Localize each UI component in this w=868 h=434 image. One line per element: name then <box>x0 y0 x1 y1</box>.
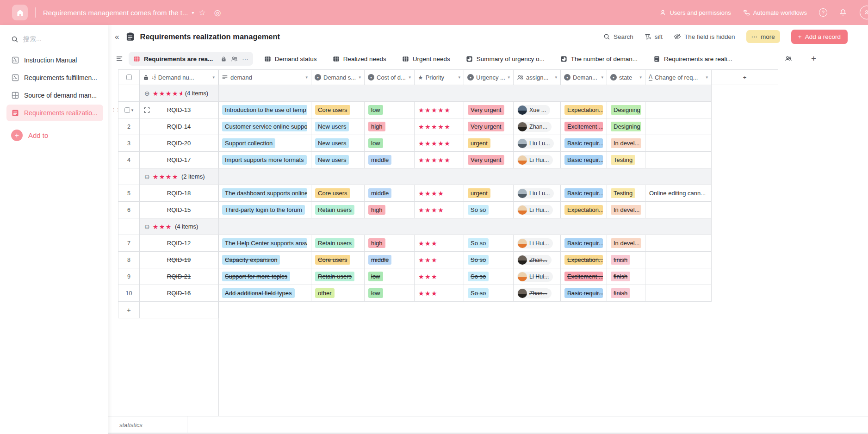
cell-demand_number[interactable]: RQID-21 <box>140 268 218 285</box>
select-all-checkbox[interactable] <box>126 74 132 80</box>
cell-change[interactable] <box>645 285 712 302</box>
row-head-cell[interactable]: 6 <box>118 202 140 218</box>
automate-workflows-button[interactable]: Automate workflows <box>743 9 807 16</box>
cell-source[interactable]: Retain users <box>311 235 365 252</box>
search-input[interactable]: 搜索... <box>11 35 99 43</box>
cell-demand[interactable]: Introduction to the use of temp <box>218 102 311 118</box>
cell-demand[interactable]: Add additional field types <box>218 285 311 302</box>
base-title[interactable]: Requirements management comes from the t… <box>43 9 188 17</box>
view-tab-4[interactable]: Urgent needs <box>397 52 455 66</box>
cell-assign[interactable]: Zhan... <box>514 252 561 268</box>
cell-urgency[interactable]: So so <box>464 235 514 252</box>
chevron-down-icon[interactable]: ▾ <box>601 75 603 80</box>
cell-change[interactable] <box>645 135 712 152</box>
cell-priority[interactable]: ★★★★★ <box>415 118 464 135</box>
cell-urgency[interactable]: So so <box>464 285 514 302</box>
cell-source[interactable]: Core users <box>311 102 365 118</box>
row-head-cell[interactable]: 9 <box>118 268 140 285</box>
view-tab-1[interactable]: Requirements are rea...⋯ <box>129 52 253 66</box>
column-header-state[interactable]: ▾state▾ <box>607 69 645 85</box>
column-header-source[interactable]: ▾Demand s...▾ <box>311 69 365 85</box>
cell-type[interactable]: Expectation... <box>561 202 607 218</box>
cell-source[interactable]: Retain users <box>311 202 365 218</box>
row-head-cell[interactable]: 2 <box>118 118 140 135</box>
cell-urgency[interactable]: Very urgent <box>464 118 514 135</box>
chevron-down-icon[interactable]: ▾ <box>458 75 460 80</box>
cell-source[interactable]: Core users <box>311 185 365 202</box>
cell-change[interactable] <box>645 235 712 252</box>
cell-type[interactable]: Expectation... <box>561 252 607 268</box>
column-header-priority[interactable]: ★Priority▾ <box>415 69 464 85</box>
cell-change[interactable] <box>645 118 712 135</box>
view-tab-6[interactable]: The number of deman... <box>556 52 642 66</box>
cell-demand_number[interactable]: RQID-13 <box>140 102 218 118</box>
view-list-icon[interactable] <box>116 55 123 62</box>
cell-cost[interactable]: low <box>365 268 415 285</box>
help-icon[interactable]: ? <box>819 8 827 17</box>
cell-demand[interactable]: The Help Center supports answ <box>218 235 311 252</box>
cell-cost[interactable]: low <box>365 285 415 302</box>
add-row[interactable]: + <box>113 302 778 318</box>
cell-demand[interactable]: The dashboard supports online <box>218 185 311 202</box>
add-table-button[interactable]: + Add to <box>11 130 101 141</box>
cell-change[interactable]: Online editing cann... <box>645 185 712 202</box>
cell-urgency[interactable]: urgent <box>464 185 514 202</box>
add-record-button[interactable]: + Add a record <box>791 30 848 44</box>
column-header-demand_number[interactable]: ↓12Demand nu...▾ <box>140 69 218 85</box>
collapse-group-icon[interactable]: ⊖ <box>144 173 150 180</box>
cell-demand_number[interactable]: RQID-14 <box>140 118 218 135</box>
add-view-icon[interactable]: + <box>811 54 816 64</box>
cell-urgency[interactable]: So so <box>464 252 514 268</box>
add-column-header[interactable]: + <box>712 69 778 85</box>
add-row-span-cell[interactable] <box>140 302 218 318</box>
cell-priority[interactable]: ★★★★ <box>415 185 464 202</box>
row-head-cell[interactable]: ▾ <box>118 102 140 118</box>
cell-assign[interactable]: Zhan... <box>514 118 561 135</box>
cell-priority[interactable]: ★★★ <box>415 285 464 302</box>
chevron-down-icon[interactable]: ▾ <box>555 75 557 80</box>
favorite-star-icon[interactable]: ☆ <box>199 8 206 18</box>
cell-change[interactable] <box>645 102 712 118</box>
cell-demand[interactable]: Import supports more formats <box>218 152 311 168</box>
cell-urgency[interactable]: So so <box>464 202 514 218</box>
column-header-cost[interactable]: ▾Cost of d...▾ <box>365 69 415 85</box>
cell-cost[interactable]: middle <box>365 152 415 168</box>
cell-demand_number[interactable]: RQID-20 <box>140 135 218 152</box>
sidebar-item-2[interactable]: Requirements fulfillmen... <box>6 69 103 86</box>
column-header-urgency[interactable]: ▾Urgency ...▾ <box>464 69 514 85</box>
cell-demand[interactable]: Third-party login to the forum <box>218 202 311 218</box>
chevron-down-icon[interactable]: ▾ <box>305 75 308 80</box>
cell-change[interactable] <box>645 252 712 268</box>
cell-demand[interactable]: Support collection <box>218 135 311 152</box>
search-records-button[interactable]: Search <box>603 33 633 40</box>
cell-assign[interactable]: Li Hui... <box>514 268 561 285</box>
cell-demand_number[interactable]: RQID-16 <box>140 285 218 302</box>
cell-assign[interactable]: Li Hui... <box>514 152 561 168</box>
column-header-change[interactable]: AChange of req...▾ <box>645 69 712 85</box>
cell-state[interactable]: In devel... <box>607 202 645 218</box>
cell-urgency[interactable]: Very urgent <box>464 152 514 168</box>
cell-state[interactable]: In devel... <box>607 235 645 252</box>
cell-assign[interactable]: Li Hui... <box>514 202 561 218</box>
cell-state[interactable]: Testing <box>607 185 645 202</box>
cell-cost[interactable]: high <box>365 202 415 218</box>
cell-demand_number[interactable]: RQID-12 <box>140 235 218 252</box>
collapse-sidebar-icon[interactable]: « <box>115 33 119 41</box>
row-head-cell[interactable]: 8 <box>118 252 140 268</box>
invite-collaborators-icon[interactable] <box>785 55 792 62</box>
row-checkbox[interactable] <box>124 107 130 113</box>
cell-type[interactable]: Basic requir... <box>561 135 607 152</box>
more-button[interactable]: ⋯ more <box>746 30 780 43</box>
add-row-cell[interactable]: + <box>118 302 140 318</box>
cell-cost[interactable]: high <box>365 235 415 252</box>
view-tab-2[interactable]: Demand status <box>260 52 322 66</box>
cell-assign[interactable]: Xue ... <box>514 102 561 118</box>
cell-priority[interactable]: ★★★★★ <box>415 152 464 168</box>
cell-type[interactable]: Expectation... <box>561 102 607 118</box>
cell-demand_number[interactable]: RQID-18 <box>140 185 218 202</box>
cell-state[interactable]: Designing <box>607 118 645 135</box>
cell-type[interactable]: Basic requir... <box>561 285 607 302</box>
view-tab-7[interactable]: Requirements are reali... <box>649 52 737 66</box>
statistics-bar[interactable]: statistics <box>108 416 868 433</box>
cell-priority[interactable]: ★★★ <box>415 252 464 268</box>
